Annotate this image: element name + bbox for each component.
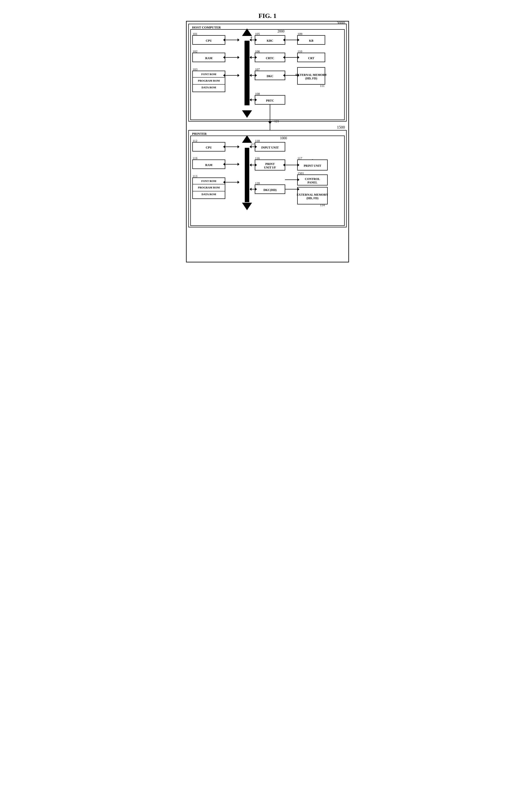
box-label: DKC — [267, 74, 273, 78]
box-label: UNIT I/F — [264, 166, 276, 169]
box-label: CRT — [308, 57, 314, 60]
box-label: RAM — [205, 57, 212, 60]
num-label: 120 — [255, 181, 260, 185]
box-label: EXTERNAL MEMORY — [296, 73, 327, 77]
num-label: 107 — [255, 67, 260, 71]
label-1500: 1500 — [337, 125, 345, 129]
box-label: PANEL — [308, 181, 317, 184]
box-label: (HD, FD) — [305, 77, 317, 80]
diagram-svg: FIG. 13000HOST COMPUTER2000101CPU102RAM1… — [185, 10, 350, 265]
host-label: HOST COMPUTER — [192, 26, 221, 29]
cable-num: ~121 — [272, 119, 279, 123]
bus-num-printer: 115 — [251, 142, 255, 146]
label-2000: 2000 — [278, 29, 284, 33]
fig-title: FIG. 1 — [258, 12, 276, 19]
printer-label: PRINTER — [192, 132, 207, 136]
box-label: INPUT UNIT — [261, 146, 279, 149]
box-label: PRTC — [266, 99, 274, 102]
box-label: PRINT UNIT — [304, 164, 321, 168]
box-label: DKC(HD) — [264, 188, 277, 192]
rom-num-host: 103 — [193, 67, 198, 71]
data-rom-printer: DATA ROM — [201, 193, 216, 196]
font-rom-host: FONT ROM — [201, 73, 216, 76]
num-label: 119 — [193, 156, 197, 160]
box-label: CPU — [206, 146, 212, 149]
num-label: 111 — [320, 84, 325, 88]
data-rom-host: DATA ROM — [201, 86, 216, 89]
box-label: KBC — [267, 39, 273, 43]
box-label: CONTROL — [305, 177, 320, 181]
box-label: CPU — [206, 39, 212, 43]
num-label: 102 — [193, 49, 198, 53]
page: FIG. 13000HOST COMPUTER2000101CPU102RAM1… — [178, 5, 347, 275]
svg-rect-63 — [245, 148, 249, 202]
box-label: (HD, FD) — [306, 197, 318, 200]
num-label: 101 — [193, 32, 198, 36]
num-label: 108 — [255, 92, 260, 96]
box-label: EXTERNAL MEMORY — [297, 193, 328, 197]
rom-num-printer: 113 — [193, 174, 197, 178]
num-label: 116 — [255, 156, 260, 160]
box-label: PRINT — [265, 162, 274, 166]
num-label: 1501 — [298, 171, 304, 175]
font-rom-printer: FONT ROM — [201, 179, 216, 183]
svg-rect-12 — [245, 41, 249, 105]
box-label: RAM — [205, 163, 212, 167]
box-label: CRTC — [266, 57, 274, 60]
num-label: 110 — [298, 49, 302, 53]
program-rom-printer: PROGRAM ROM — [198, 186, 220, 189]
num-label: 112 — [193, 139, 197, 142]
num-label: 105 — [255, 32, 260, 36]
num-label: 118 — [255, 139, 260, 142]
label-1000: 1000 — [280, 136, 287, 140]
program-rom-host: PROGRAM ROM — [198, 79, 220, 82]
num-label: 106 — [255, 49, 260, 53]
num-label: 109 — [298, 32, 302, 36]
num-label: 114 — [320, 203, 325, 207]
box-label: KB — [309, 39, 313, 43]
num-label: 117 — [298, 156, 302, 160]
